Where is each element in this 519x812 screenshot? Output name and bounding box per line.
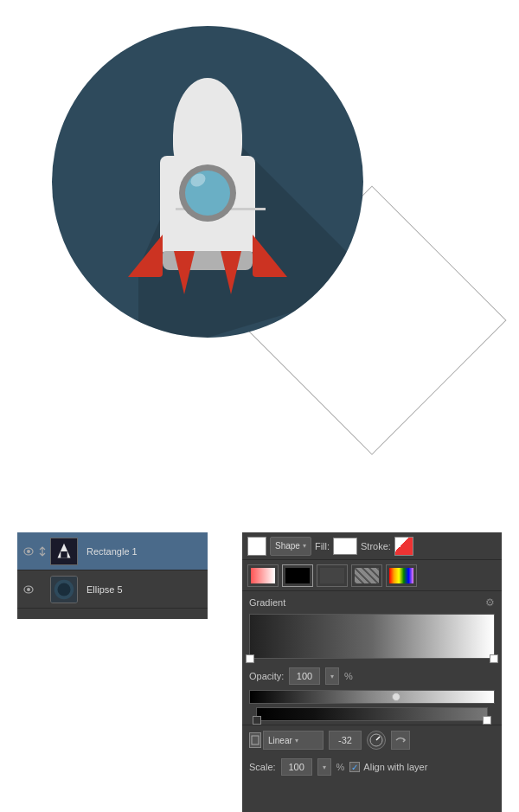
canvas-area (0, 0, 519, 519)
align-layer-checkbox[interactable]: ✓ (349, 762, 360, 772)
rocket-window-outer (179, 164, 236, 222)
fill-label: Fill: (315, 541, 330, 551)
rocket-fin-right (253, 216, 287, 277)
hatch-icon (355, 568, 379, 583)
rocket-illustration[interactable] (52, 26, 363, 338)
chevron-down-icon-opacity: ▾ (330, 673, 334, 680)
scale-dropdown-arrow[interactable]: ▾ (317, 758, 331, 776)
layer-name-ellipse: Ellipse 5 (86, 584, 123, 595)
rocket-body-main (160, 156, 255, 260)
svg-rect-11 (252, 736, 259, 744)
gradient-stop-dark-left[interactable] (253, 716, 261, 725)
fill-swatch[interactable] (333, 538, 357, 555)
shape-dropdown[interactable]: Shape ▾ (270, 537, 311, 556)
gradient-stop-left[interactable] (246, 654, 254, 663)
panels-area: Rectangle 1 Ellipse 5 Shape (0, 532, 519, 812)
gradient-stop-dark-right[interactable] (483, 716, 491, 725)
linear-dropdown-wrapper[interactable]: Linear ▾ (249, 731, 324, 750)
gradient-section-header: Gradient ⚙ (242, 591, 502, 614)
gradient-stop-right[interactable] (490, 654, 498, 663)
align-layer-checkbox-wrapper[interactable]: ✓ Align with layer (349, 762, 427, 772)
linear-type-icon (249, 732, 261, 748)
gradient-track-bottom[interactable] (256, 707, 488, 721)
rocket-window-glare (189, 171, 208, 189)
svg-point-7 (27, 588, 30, 591)
svg-rect-5 (61, 551, 67, 558)
layer-eye-icon[interactable] (22, 545, 35, 557)
reverse-gradient-btn[interactable] (391, 731, 410, 750)
gradient-type-btn[interactable] (247, 564, 279, 587)
align-layer-label: Align with layer (363, 762, 427, 772)
angle-dial[interactable] (367, 731, 386, 750)
scale-label: Scale: (249, 762, 276, 772)
scale-row: Scale: 100 ▾ % ✓ Align with layer (242, 755, 502, 779)
layer-eye-icon-2[interactable] (22, 583, 35, 596)
color-type-row (242, 560, 502, 591)
opacity-label: Opacity: (249, 671, 284, 681)
fill-color-swatch[interactable] (247, 537, 266, 556)
layer-thumbnail-rectangle (50, 538, 78, 565)
scale-percent: % (336, 762, 345, 772)
chevron-down-icon-linear: ▾ (295, 737, 298, 744)
percent-label: % (344, 671, 353, 681)
gear-icon[interactable]: ⚙ (485, 596, 495, 609)
fill-toolbar: Shape ▾ Fill: Stroke: (242, 532, 502, 560)
svg-point-10 (58, 583, 71, 596)
rocket-body (147, 78, 268, 286)
stroke-swatch[interactable] (394, 537, 413, 556)
solid-black-btn[interactable] (282, 564, 313, 587)
svg-line-13 (376, 737, 380, 740)
hatch-btn[interactable] (351, 564, 382, 587)
solid-gray-icon (320, 568, 344, 583)
gradient-preview[interactable] (249, 614, 495, 659)
rocket-circle-bg (52, 26, 363, 338)
chevron-down-icon: ▾ (303, 542, 306, 550)
opacity-dropdown-arrow[interactable]: ▾ (325, 667, 339, 685)
rocket-fin-left (128, 216, 163, 277)
opacity-row: Opacity: 100 ▾ % (242, 664, 502, 688)
angle-value[interactable]: -32 (329, 731, 362, 750)
stroke-label: Stroke: (361, 541, 391, 551)
chevron-down-icon-scale: ▾ (323, 764, 326, 771)
scale-value[interactable]: 100 (281, 758, 312, 776)
rainbow-icon (389, 568, 413, 583)
layer-thumbnail-ellipse (50, 576, 78, 603)
gradient-thumb-top[interactable] (392, 693, 400, 701)
layer-arrange-icon[interactable] (38, 545, 47, 557)
linear-row: Linear ▾ -32 (242, 725, 502, 755)
gradient-slider-top[interactable] (249, 690, 495, 704)
svg-point-2 (27, 550, 30, 553)
gradient-title: Gradient (249, 597, 285, 608)
layers-panel: Rectangle 1 Ellipse 5 (17, 532, 208, 619)
rocket-window-inner (185, 171, 230, 216)
solid-black-icon (285, 568, 310, 583)
layer-row-ellipse[interactable]: Ellipse 5 (17, 570, 208, 609)
layer-row-rectangle[interactable]: Rectangle 1 (17, 532, 208, 570)
fill-panel: Shape ▾ Fill: Stroke: (242, 532, 502, 812)
gradient-track-top[interactable] (249, 690, 495, 704)
checkmark-icon: ✓ (351, 763, 358, 772)
linear-dropdown[interactable]: Linear ▾ (263, 731, 324, 750)
solid-gray-btn[interactable] (317, 564, 348, 587)
rainbow-btn[interactable] (386, 564, 417, 587)
layer-name-rectangle: Rectangle 1 (86, 546, 138, 557)
opacity-value[interactable]: 100 (289, 667, 320, 685)
gradient-icon (251, 568, 275, 583)
gradient-slider-bottom[interactable] (249, 707, 495, 721)
